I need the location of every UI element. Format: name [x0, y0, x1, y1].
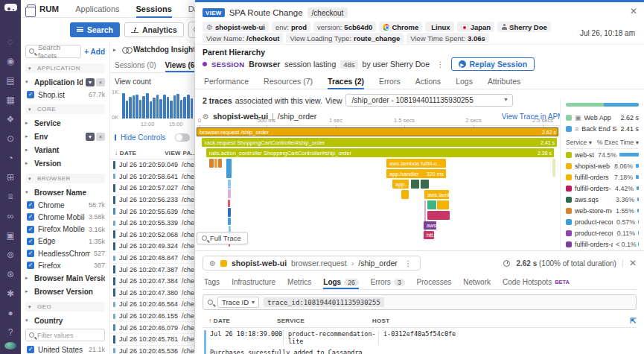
view-list-item[interactable]: Jul 26 10:20:49.324/checkout — [110, 241, 194, 253]
checkbox-checked-icon[interactable]: ✓ — [27, 346, 34, 353]
facet-section-header[interactable]: ▾GEO — [25, 302, 105, 312]
filter-include-chip[interactable]: ▼ — [86, 133, 95, 141]
tab-attributes[interactable]: Attributes — [488, 73, 520, 89]
span-tab-network[interactable]: Network — [463, 275, 491, 289]
trace-span[interactable]: htt... — [424, 231, 434, 239]
view-list-item[interactable]: Jul 26 10:20:46.079/checkout — [110, 322, 194, 334]
trace-span[interactable]: rack.request ShoppingCartController#ship… — [202, 138, 557, 147]
trace-span[interactable] — [421, 180, 429, 189]
sidebar-icon-profiling[interactable]: ⊚ — [0, 245, 21, 265]
attribute-pill-6[interactable]: Sherry Doe — [497, 22, 551, 32]
view-attribute-pill-2[interactable]: View Time Spent:3.06s — [407, 33, 489, 43]
datadog-logo[interactable] — [4, 4, 17, 11]
span-tab-metrics[interactable]: Metrics — [287, 275, 311, 289]
view-list-item[interactable]: Jul 26 10:20:59.049/checkout — [110, 159, 194, 171]
facet-value-firefox-mobile[interactable]: ✓Firefox Mobile3.16k — [25, 224, 105, 236]
sidebar-icon-metrics[interactable]: ▦ — [0, 90, 21, 110]
trace-span[interactable]: aws.lamb... — [424, 190, 449, 199]
sidebar-icon-help[interactable]: ? — [0, 323, 21, 342]
log-row[interactable]: Jul 26 10:18:39.000product-recommendatio… — [203, 328, 637, 354]
trace-span[interactable] — [214, 159, 217, 168]
facet-section-header[interactable]: ▾APPLICATION — [25, 63, 105, 73]
trace-span[interactable]: app.... — [392, 180, 409, 189]
tab-sessions[interactable]: Sessions (0) — [115, 58, 156, 72]
logs-host-header[interactable]: HOST — [372, 317, 389, 324]
legend-service-row[interactable]: fulfill-orders-a...< 0.1% — [566, 238, 639, 250]
legend-entry[interactable]: ▣Web App2.62 s — [566, 112, 639, 123]
trace-span[interactable] — [218, 159, 222, 168]
span-tab-code-hotspots[interactable]: Code HotspotsBETA — [503, 275, 570, 289]
checkbox-checked-icon[interactable]: ✓ — [27, 213, 34, 221]
trace-span[interactable] — [427, 211, 450, 220]
full-trace-button[interactable]: Full Trace — [197, 232, 248, 244]
sidebar-icon-security[interactable]: ⊛ — [0, 265, 21, 284]
facet-version[interactable]: ▸Version — [25, 157, 105, 170]
attribute-pill-3[interactable]: Chrome — [379, 22, 422, 32]
attribute-pill-0[interactable]: ⚙shopist-web-ui — [203, 22, 269, 32]
trace-span[interactable]: browser.request /ship_order2.62 s — [197, 127, 558, 136]
span-tab-tags[interactable]: Tags — [204, 275, 220, 289]
view-path-chip[interactable]: /checkout — [307, 7, 348, 18]
legend-service-row[interactable]: fulfill-orders-ap...4.42% — [566, 183, 639, 194]
sidebar-icon-network[interactable]: ❖ — [0, 110, 21, 129]
trace-span[interactable] — [209, 159, 214, 168]
trace-span[interactable]: rails.action_controller ShoppingCartCont… — [206, 148, 554, 157]
analytics-mode-button[interactable]: Analytics — [124, 22, 184, 37]
span-tab-infrastructure[interactable]: Infrastructure — [232, 275, 275, 289]
session-label[interactable]: SESSION — [211, 60, 244, 69]
nav-item-applications[interactable]: Applications — [75, 0, 119, 18]
span-tab-processes[interactable]: Processes — [417, 275, 452, 289]
view-list-item[interactable]: Jul 26 10:20:55.339/checkout — [110, 218, 194, 230]
view-list-item[interactable]: Jul 26 10:20:47.380/checkout — [110, 288, 194, 300]
tab-actions[interactable]: Actions — [415, 73, 441, 89]
view-list-item[interactable]: Jul 26 10:20:52.068/checkout — [110, 230, 194, 241]
facet-value-chrome[interactable]: ✓Chrome58.7k — [25, 199, 105, 211]
sidebar-icon-info[interactable]: ⊙ — [0, 129, 21, 148]
view-path-column-header[interactable]: VIEW PA... — [165, 150, 195, 157]
trace-select-dropdown[interactable]: /ship_order - 1081944011135930255 — [345, 94, 513, 107]
view-attribute-pill-1[interactable]: View Loading Type:route_change — [286, 33, 404, 43]
facet-service[interactable]: ▸Service — [25, 116, 105, 130]
legend-service-row[interactable]: shopist-web-ui8.06% — [566, 160, 639, 171]
span-tab-logs[interactable]: Logs26 — [323, 275, 358, 289]
view-list-item[interactable]: Jul 26 10:20:46.564/checkout — [110, 299, 194, 311]
view-list-item[interactable]: Jul 26 10:20:47.387/checkout — [110, 264, 194, 276]
replay-session-button[interactable]: ▶ Replay Session — [451, 57, 535, 71]
sidebar-icon-filter[interactable]: ≡ — [0, 187, 21, 206]
attribute-pill-5[interactable]: Japan — [457, 22, 494, 32]
facet-value-united-states[interactable]: ✓United States21.1k — [25, 344, 105, 354]
sidebar-icon-chat[interactable]: ● — [0, 303, 21, 323]
attribute-pill-1[interactable]: env:prod — [272, 22, 310, 32]
logs-date-header[interactable]: ↑ DATE — [203, 317, 277, 324]
view-list-item[interactable]: Jul 26 10:20:45.536/checkout — [110, 346, 194, 354]
filter-values-input[interactable]: Filter values — [25, 329, 105, 341]
close-icon[interactable]: ✕ — [630, 6, 637, 16]
view-list-item[interactable]: Jul 26 10:20:45.781/checkout — [110, 334, 194, 346]
filter-clear-chip[interactable]: × — [96, 78, 105, 86]
sidebar-icon-search[interactable]: ◌ — [0, 32, 21, 51]
facet-browser-name[interactable]: ▾Browser Name — [25, 186, 105, 199]
trace-span[interactable] — [437, 200, 449, 209]
facet-value-firefox[interactable]: ✓Firefox387 — [25, 259, 105, 271]
facet-browser-version[interactable]: ▸Browser Version — [25, 285, 105, 298]
checkbox-checked-icon[interactable]: ✓ — [27, 250, 34, 257]
attribute-pill-2[interactable]: version:5cb64d0 — [313, 22, 376, 32]
view-list-item[interactable]: Jul 26 10:20:57.027/checkout — [110, 183, 194, 195]
nav-item-sessions[interactable]: Sessions — [136, 0, 172, 18]
watchdog-insights-header[interactable]: ▸ Watchdog Insights BETA — [110, 41, 194, 58]
kebab-menu-icon[interactable]: ⋮ — [402, 259, 415, 268]
trace-span[interactable]: aws... — [424, 221, 436, 230]
filter-clear-chip[interactable]: × — [96, 133, 105, 141]
legend-service-row[interactable]: product-recom...0.11% — [566, 227, 639, 238]
view-attribute-pill-0[interactable]: View Name:/checkout — [203, 33, 283, 43]
view-count-chart[interactable]: 1K 0K 12:0015:00 — [122, 89, 193, 127]
facet-value-chrome-mobile[interactable]: ✓Chrome Mobile3.58k — [25, 211, 105, 223]
search-facets-input[interactable]: Search facets — [25, 45, 81, 58]
trace-span[interactable] — [424, 200, 426, 235]
sidebar-icon-bug[interactable]: ✱ — [0, 284, 21, 303]
sidebar-icon-apm[interactable]: ⊞ — [0, 168, 21, 187]
tab-logs[interactable]: Logs — [456, 73, 473, 89]
facet-value-shop.ist[interactable]: ✓Shop.ist67.7k — [25, 89, 105, 101]
user-avatar[interactable] — [4, 342, 16, 350]
sidebar-icon-dashboards[interactable]: ◔ — [0, 148, 21, 168]
